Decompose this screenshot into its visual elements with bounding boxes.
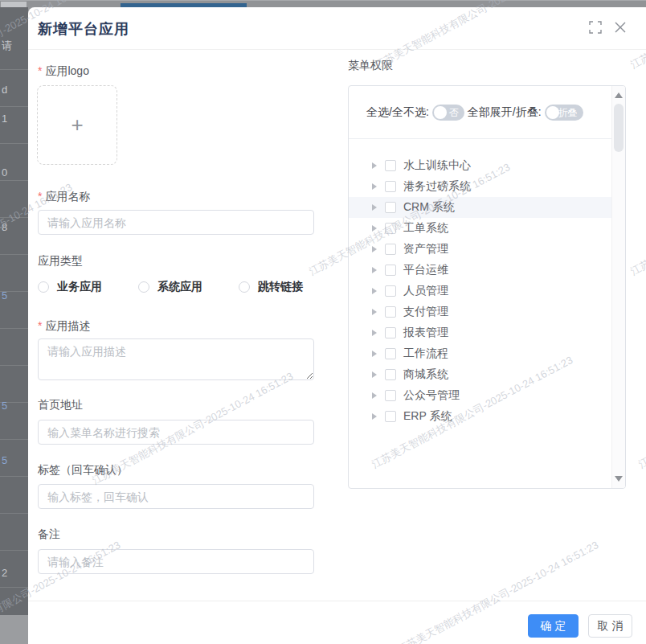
tree-item[interactable]: 人员管理 xyxy=(349,281,612,301)
tree-checkbox[interactable] xyxy=(385,265,396,276)
remark-input[interactable] xyxy=(38,549,314,574)
remark-label: 备注 xyxy=(38,527,60,542)
tree-checkbox[interactable] xyxy=(385,244,396,255)
background-row-line xyxy=(0,254,28,255)
app-type-radio-group: 业务应用系统应用跳转链接 xyxy=(38,280,327,294)
caret-right-icon[interactable] xyxy=(372,309,377,315)
background-left-strip: 请d1085552 xyxy=(0,7,28,644)
home-url-label: 首页地址 xyxy=(38,398,83,412)
tree-checkbox[interactable] xyxy=(385,285,396,297)
app-name-label: 应用名称 xyxy=(38,190,90,204)
menu-tree: 水上训练中心港务过磅系统CRM 系统工单系统资产管理平台运维人员管理支付管理报表… xyxy=(349,139,612,489)
expand-collapse-switch[interactable]: 折叠 xyxy=(545,105,583,121)
app-desc-label: 应用描述 xyxy=(38,319,90,334)
background-row-line xyxy=(0,476,28,477)
radio-circle-icon xyxy=(38,281,49,293)
tree-checkbox[interactable] xyxy=(385,202,396,213)
scroll-down-icon[interactable] xyxy=(615,476,623,482)
tree-scrollbar[interactable] xyxy=(611,86,625,488)
tree-panel-header: 全选/全不选: 否 全部展开/折叠: 折叠 xyxy=(349,86,625,139)
background-row-line xyxy=(0,365,28,366)
tree-checkbox[interactable] xyxy=(385,327,396,338)
caret-right-icon[interactable] xyxy=(372,183,377,190)
caret-right-icon[interactable] xyxy=(372,204,377,211)
caret-right-icon[interactable] xyxy=(372,351,377,357)
radio-label: 系统应用 xyxy=(157,280,202,294)
app-type-radio-系统应用[interactable]: 系统应用 xyxy=(138,280,202,294)
caret-right-icon[interactable] xyxy=(372,413,377,420)
tree-item[interactable]: 报表管理 xyxy=(349,322,612,343)
tree-item-label: 报表管理 xyxy=(403,326,448,340)
expand-collapse-label: 全部展开/折叠: xyxy=(468,105,542,120)
tree-item[interactable]: 工作流程 xyxy=(349,343,612,364)
select-all-switch[interactable]: 否 xyxy=(432,105,464,121)
tree-checkbox[interactable] xyxy=(385,411,396,422)
tree-item-label: 资产管理 xyxy=(403,242,448,256)
caret-right-icon[interactable] xyxy=(372,392,377,399)
tree-item-label: 水上训练中心 xyxy=(403,158,471,173)
caret-right-icon[interactable] xyxy=(372,288,377,294)
tree-item-label: 工作流程 xyxy=(403,347,448,361)
select-all-label: 全选/全不选: xyxy=(366,105,429,120)
tree-item[interactable]: 港务过磅系统 xyxy=(349,176,612,197)
tree-item-label: ERP 系统 xyxy=(403,409,452,424)
caret-right-icon[interactable] xyxy=(372,267,377,273)
background-top-strip xyxy=(0,0,646,7)
app-type-label: 应用类型 xyxy=(38,254,83,269)
background-row-line xyxy=(0,69,28,70)
tree-item[interactable]: 水上训练中心 xyxy=(349,155,612,176)
background-text-fragment: 5 xyxy=(2,289,7,301)
tree-item[interactable]: ERP 系统 xyxy=(349,406,612,427)
tree-item[interactable]: 商城系统 xyxy=(349,364,612,385)
tree-checkbox[interactable] xyxy=(385,223,396,234)
tree-checkbox[interactable] xyxy=(385,369,396,380)
radio-label: 业务应用 xyxy=(57,280,102,294)
caret-right-icon[interactable] xyxy=(372,225,377,232)
tree-item-label: CRM 系统 xyxy=(403,200,455,215)
dialog-title: 新增平台应用 xyxy=(38,19,129,39)
app-name-input[interactable] xyxy=(38,210,314,235)
app-type-radio-业务应用[interactable]: 业务应用 xyxy=(38,280,102,294)
caret-right-icon[interactable] xyxy=(372,246,377,252)
radio-circle-icon xyxy=(239,281,250,293)
background-row-line xyxy=(0,513,28,514)
radio-circle-icon xyxy=(138,281,149,293)
tree-item[interactable]: 平台运维 xyxy=(349,260,612,281)
tree-checkbox[interactable] xyxy=(385,160,396,171)
background-text-fragment: 5 xyxy=(2,400,7,412)
tree-item[interactable]: 公众号管理 xyxy=(349,385,612,406)
close-icon[interactable] xyxy=(614,21,627,34)
tree-item[interactable]: CRM 系统 xyxy=(349,197,612,218)
dialog-header: 新增平台应用 xyxy=(28,7,646,50)
fullscreen-icon[interactable] xyxy=(589,21,602,34)
switch-state-text: 折叠 xyxy=(558,108,578,117)
logo-upload-button[interactable]: + xyxy=(37,85,117,165)
background-row-line xyxy=(0,180,28,181)
tree-checkbox[interactable] xyxy=(385,306,396,318)
scrollbar-thumb[interactable] xyxy=(614,104,624,152)
cancel-button[interactable]: 取 消 xyxy=(588,614,632,638)
caret-right-icon[interactable] xyxy=(372,330,377,336)
tree-item[interactable]: 支付管理 xyxy=(349,301,612,322)
background-text-fragment: 2 xyxy=(2,567,7,579)
app-type-radio-跳转链接[interactable]: 跳转链接 xyxy=(239,280,303,294)
logo-label: 应用logo xyxy=(38,64,89,79)
tree-item-label: 港务过磅系统 xyxy=(403,179,471,194)
tree-item[interactable]: 工单系统 xyxy=(349,218,612,239)
confirm-button[interactable]: 确 定 xyxy=(528,614,579,638)
background-text-fragment: 5 xyxy=(2,454,7,466)
caret-right-icon[interactable] xyxy=(372,162,377,169)
tree-item-label: 支付管理 xyxy=(403,305,448,319)
app-desc-textarea[interactable] xyxy=(38,338,314,380)
scroll-up-icon[interactable] xyxy=(615,92,623,98)
tree-checkbox[interactable] xyxy=(385,181,396,192)
background-row-line xyxy=(0,143,28,144)
background-row-line xyxy=(0,550,28,551)
tree-checkbox[interactable] xyxy=(385,390,396,401)
tree-checkbox[interactable] xyxy=(385,348,396,359)
home-url-input[interactable] xyxy=(38,420,314,445)
tag-input[interactable] xyxy=(38,484,314,509)
tree-item[interactable]: 资产管理 xyxy=(349,239,612,260)
caret-right-icon[interactable] xyxy=(372,371,377,378)
background-row-line xyxy=(0,328,28,329)
